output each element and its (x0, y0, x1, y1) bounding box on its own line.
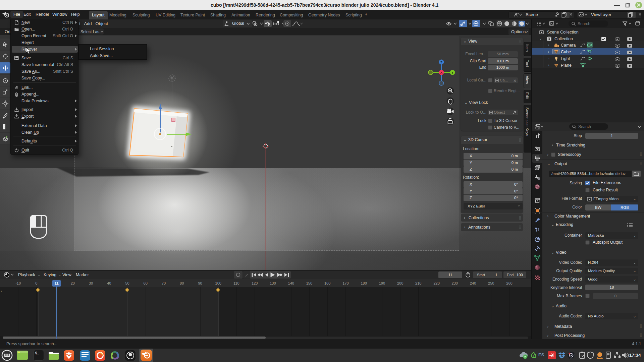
svg-text:Y: Y (451, 71, 454, 74)
svg-text:X: X (440, 71, 443, 74)
svg-text:Z: Z (440, 60, 442, 64)
